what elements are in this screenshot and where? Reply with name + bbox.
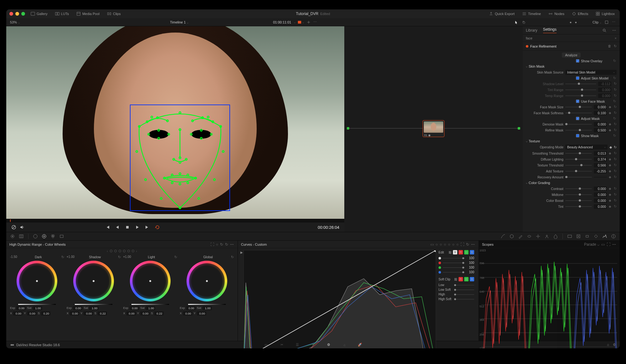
shadow-color-wheel[interactable] (73, 261, 114, 301)
fusion-page[interactable]: ✦ (310, 342, 316, 347)
reset-icon[interactable]: ↻ (613, 169, 617, 173)
dark-s[interactable]: 0.20 (41, 311, 50, 315)
sizing-icon[interactable] (576, 234, 581, 239)
recovery-amount-value[interactable] (594, 177, 607, 177)
dark-sat[interactable]: 1.00 (33, 306, 42, 310)
keyframe-icon[interactable]: ◆ (609, 157, 611, 161)
reset-icon[interactable]: ↻ (613, 163, 617, 167)
keyframe-icon[interactable]: ◆ (609, 151, 611, 155)
shadow-s[interactable]: 0.22 (98, 311, 107, 315)
keyframe-icon[interactable]: ◆ (609, 199, 611, 202)
g-channel[interactable]: G (464, 250, 469, 254)
scopes-menu[interactable]: ⋯ (612, 242, 617, 247)
bypass-icon[interactable] (11, 225, 16, 230)
light-color-wheel[interactable] (130, 261, 171, 301)
analyze-button[interactable]: Analyze (562, 53, 580, 58)
reset-icon[interactable]: ↻ (114, 255, 121, 259)
reset-icon[interactable]: ↻ (613, 111, 617, 115)
inspector-search[interactable]: face× (523, 34, 620, 42)
first-frame-button[interactable] (105, 225, 110, 230)
effects-toggle[interactable]: Effects (570, 11, 590, 17)
reset-icon[interactable]: ↻ (613, 128, 617, 132)
smoothing-threshold-slider[interactable] (565, 153, 592, 154)
maximize-button[interactable] (21, 12, 25, 16)
use-face-mask-checkbox[interactable]: ✓ (576, 100, 579, 103)
reset-icon[interactable]: ↻ (614, 145, 617, 149)
sc-r[interactable]: R (459, 277, 463, 281)
keyframe-icon[interactable]: ◆ (609, 169, 611, 173)
scopes-icon[interactable] (602, 234, 607, 239)
face-mask-size-value[interactable]: 0.000 (594, 105, 607, 109)
reset-icon[interactable]: ↻ (613, 204, 617, 208)
keyframe-icon[interactable]: ◆ (609, 122, 611, 126)
expand-icon[interactable]: ⛶ (210, 242, 214, 247)
g-slider[interactable] (443, 267, 465, 268)
wheel-reset1[interactable]: ○ (216, 242, 218, 247)
loop-button[interactable] (155, 225, 160, 230)
quickexport-button[interactable]: Quick Export (487, 11, 516, 17)
source-timecode[interactable]: 01:00:11:01 (273, 20, 291, 24)
highsoft-slider[interactable] (454, 299, 474, 300)
motion-effects-icon[interactable] (59, 234, 64, 239)
keyframe-icon[interactable]: ◆ (609, 111, 611, 115)
clips-toggle[interactable]: Clips (105, 11, 122, 17)
wheel-zones[interactable]: ‹› (6, 248, 238, 254)
curves-graph[interactable] (244, 250, 436, 348)
contrast-value[interactable]: 0.000 (594, 187, 607, 191)
reset-icon[interactable]: ↻ (613, 105, 617, 109)
diffuse-lighting-slider[interactable] (565, 159, 592, 160)
clear-search[interactable]: × (615, 36, 617, 40)
g-val[interactable]: 100 (467, 266, 474, 269)
shadow-x[interactable]: 0.00 (70, 311, 79, 315)
play-button[interactable] (135, 225, 140, 230)
trash-icon[interactable]: 🗑 (608, 44, 611, 48)
close-button[interactable] (9, 12, 13, 16)
y-channel[interactable]: Y (453, 250, 457, 254)
keyframe-icon[interactable]: ◆ (609, 193, 611, 196)
reset-icon[interactable]: ↻ (613, 94, 617, 98)
skin-mask-source-dropdown[interactable]: Internal Skin Model⌵ (565, 70, 617, 75)
curves-menu[interactable]: ⋯ (471, 242, 475, 247)
operating-mode-dropdown[interactable]: Beauty Advanced⌵ (565, 145, 608, 150)
global-sat[interactable]: 1.00 (203, 306, 212, 310)
color-boost-value[interactable]: 0.000 (594, 198, 607, 203)
global-y[interactable]: 0.00 (197, 311, 206, 315)
key-icon[interactable] (567, 234, 572, 239)
edit-page[interactable]: ☰ (294, 342, 300, 347)
node-input[interactable] (347, 127, 349, 130)
scopes-expand[interactable]: ⛶ (607, 242, 610, 247)
adjust-skin-checkbox[interactable] (576, 76, 579, 80)
dark-luminance-bar[interactable] (18, 304, 56, 305)
tracker-icon[interactable] (536, 234, 541, 239)
reset-icon[interactable]: ↻ (57, 255, 64, 259)
prev-frame-button[interactable] (115, 225, 120, 230)
playback-timecode[interactable]: 00:00:26:04 (318, 225, 339, 230)
light-y[interactable]: 0.00 (140, 311, 150, 315)
lightbox-toggle[interactable]: Lightbox (594, 11, 617, 17)
curves-mode-7[interactable]: ○ (456, 242, 459, 247)
gallery-toggle[interactable]: Gallery (29, 11, 49, 17)
keyframe-icon[interactable]: ◆ (609, 205, 611, 208)
blur-icon[interactable] (553, 234, 558, 239)
add-texture-value[interactable]: -0.255 (594, 169, 607, 173)
3d-icon[interactable] (585, 234, 590, 239)
denoise-mask-slider[interactable] (565, 124, 592, 125)
hand-tool[interactable] (521, 20, 526, 24)
scrub-bar[interactable] (6, 219, 344, 223)
search-icon[interactable] (602, 28, 607, 33)
stop-button[interactable] (125, 225, 130, 230)
parade-scope[interactable]: 1023 896 768 640 512 384 256 128 (479, 248, 620, 348)
global-x[interactable]: 0.00 (183, 311, 192, 315)
light-s[interactable]: 0.22 (154, 311, 164, 315)
recovery-amount-slider[interactable] (565, 177, 592, 177)
reset-icon[interactable]: ↻ (227, 255, 234, 259)
reset-icon[interactable]: ↻ (613, 59, 617, 63)
pointer-tool[interactable] (515, 20, 518, 24)
section-texture[interactable]: ⌵Texture (523, 138, 620, 144)
reset-icon[interactable]: ↻ (613, 151, 617, 155)
face-mask-softness-slider[interactable] (565, 113, 592, 113)
reset-icon[interactable]: ↻ (170, 255, 177, 259)
curves-expand[interactable]: ⛶ (460, 242, 464, 247)
nodes-toggle[interactable]: Nodes (546, 11, 566, 17)
mediapool-toggle[interactable]: Media Pool (74, 11, 101, 17)
